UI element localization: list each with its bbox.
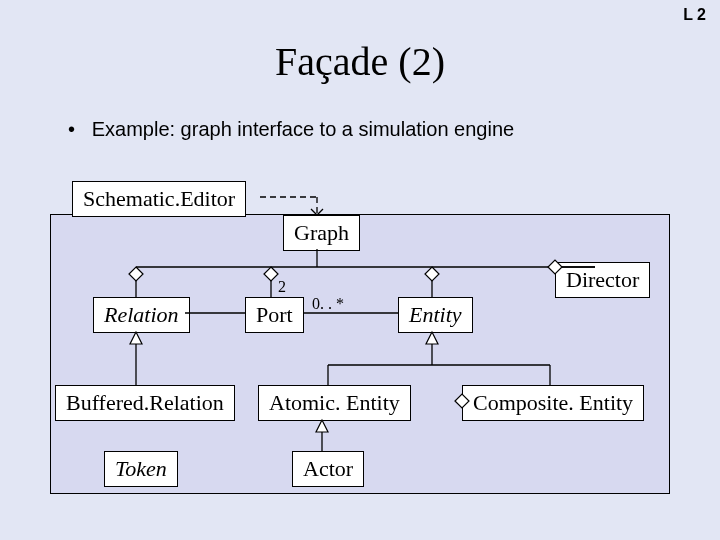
slide-title: Façade (2) [0, 38, 720, 85]
class-schematic-editor: Schematic.Editor [72, 181, 246, 217]
bullet-line: • Example: graph interface to a simulati… [68, 118, 514, 141]
class-graph: Graph [283, 215, 360, 251]
class-relation: Relation [93, 297, 190, 333]
class-composite-entity: Composite. Entity [462, 385, 644, 421]
multiplicity-0-star: 0. . * [312, 295, 344, 313]
class-atomic-entity: Atomic. Entity [258, 385, 411, 421]
class-port: Port [245, 297, 304, 333]
dependency-editor-graph [260, 197, 323, 215]
class-actor: Actor [292, 451, 364, 487]
bullet-text: Example: graph interface to a simulation… [92, 118, 514, 140]
class-entity: Entity [398, 297, 473, 333]
bullet-marker: • [68, 118, 75, 140]
class-buffered-relation: Buffered.Relation [55, 385, 235, 421]
class-director: Director [555, 262, 650, 298]
class-token: Token [104, 451, 178, 487]
multiplicity-2: 2 [278, 278, 286, 296]
slide-number: L 2 [683, 6, 706, 24]
